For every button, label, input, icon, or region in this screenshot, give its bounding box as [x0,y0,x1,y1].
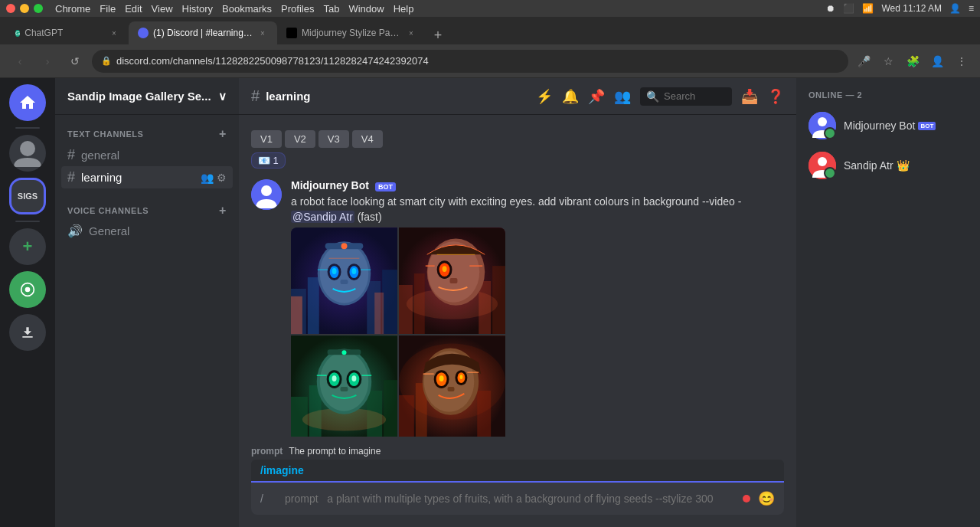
help-icon[interactable]: ❓ [767,88,784,105]
menu-file[interactable]: File [100,3,116,15]
channel-settings-icon[interactable]: ⚙ [217,172,227,184]
channel-header-hash-icon: # [251,87,260,105]
svg-rect-9 [382,270,397,334]
new-tab-button[interactable]: + [429,26,447,44]
channel-item-learning[interactable]: # learning 👥 ⚙ [61,166,233,188]
reload-button[interactable]: ↺ [64,51,86,72]
notifications-icon[interactable]: 🔔 [562,88,579,105]
channel-members-icon[interactable]: 👥 [201,172,214,184]
svg-rect-23 [341,280,348,284]
channel-item-general[interactable]: # general [61,144,233,166]
menu-bookmarks[interactable]: Bookmarks [222,3,272,15]
menu-window[interactable]: Window [348,3,384,15]
mac-menu-bar: Chrome File Edit View History Bookmarks … [0,0,980,17]
tab-mj-close[interactable]: × [406,28,416,38]
v2-button-top[interactable]: V2 [285,130,315,148]
menu-edit[interactable]: Edit [125,3,142,15]
imagine-dropdown[interactable]: /imagine [251,460,784,483]
menu-history[interactable]: History [182,3,213,15]
chatgpt-favicon: G [15,30,20,37]
discord-favicon [138,28,149,38]
mj-name-row: Midjourney Bot BOT [844,119,936,132]
url-bar[interactable]: 🔒 discord.com/channels/11282822500987781… [92,50,848,73]
tab-chatgpt-close[interactable]: × [109,28,119,38]
menu-chrome[interactable]: Chrome [55,3,90,15]
download-button[interactable] [9,314,46,351]
search-input[interactable] [664,90,726,102]
text-channels-header[interactable]: TEXT CHANNELS + [61,127,233,141]
maximize-button[interactable] [34,4,43,13]
inbox-icon[interactable]: 📥 [741,88,758,105]
channel-learning-icons: 👥 ⚙ [201,172,227,184]
back-button[interactable]: ‹ [9,51,31,72]
message-content: a robot face looking at smart city with … [291,195,784,224]
chrome-menu-icon[interactable]: ⋮ [952,52,971,70]
grid-cell-4 [399,336,505,437]
grid-cell-2 [399,227,505,334]
bookmark-star-icon[interactable]: ☆ [879,52,897,70]
message-body: Midjourney Bot BOT a robot face looking … [291,179,784,437]
crown-icon: 👑 [897,159,910,172]
add-voice-channel-icon[interactable]: + [219,204,227,218]
svg-rect-7 [308,277,319,334]
pin-icon[interactable]: 📌 [588,88,605,105]
menu-view[interactable]: View [152,3,173,15]
svg-point-72 [459,375,462,379]
v1-button-top[interactable]: V1 [251,130,282,148]
svg-point-79 [818,157,827,166]
tab-chatgpt[interactable]: G ChatGPT × [6,21,129,44]
v3-button-top[interactable]: V3 [318,130,349,148]
server-icon-avatar1[interactable] [9,135,46,172]
emoji-picker-button[interactable]: 😊 [758,490,775,507]
profile-avatar[interactable]: 👤 [928,52,946,70]
add-channel-icon[interactable]: + [219,127,227,141]
svg-point-77 [818,117,827,126]
text-channels-label: TEXT CHANNELS [67,129,143,139]
profile-icon[interactable]: 👤 [949,3,961,14]
extensions-icon[interactable]: 🧩 [903,52,922,70]
mj-user-info: Midjourney Bot BOT [844,119,936,132]
forward-button[interactable]: › [37,51,58,72]
add-server-button[interactable]: + [9,228,46,265]
tab-midjourney[interactable]: Midjourney Stylize Parameter × [277,21,426,44]
server-header[interactable]: Sandip Image Gallery Se... ∨ [55,78,239,115]
sandip-user-name: Sandip Atr [844,159,893,172]
online-user-mj[interactable]: Midjourney Bot BOT [808,109,968,142]
svg-point-13 [320,244,369,303]
menu-profiles[interactable]: Profiles [281,3,314,15]
voice-channels-header[interactable]: VOICE CHANNELS + [61,204,233,218]
menu-help[interactable]: Help [394,3,414,15]
channel-item-voice-general[interactable]: 🔊 General [61,221,233,241]
server-icon-sigs[interactable]: SIGS [9,178,46,214]
hash-icon-learning: # [67,169,75,185]
server-separator-2 [15,221,40,222]
svg-point-2 [25,287,31,293]
svg-point-69 [439,375,444,381]
tab-discord-close[interactable]: × [257,28,268,38]
svg-point-22 [351,268,356,274]
search-box[interactable]: 🔍 [640,87,732,106]
discord-home-button[interactable] [9,84,46,121]
menu-extra[interactable]: ≡ [969,3,974,14]
mj-bot-badge: BOT [918,122,936,130]
svg-point-0 [20,141,35,156]
voice-channel-name: General [89,224,129,237]
online-user-sandip[interactable]: Sandip Atr 👑 [808,149,968,182]
mic-icon[interactable]: 🎤 [854,52,873,70]
main-content: # learning ⚡ 🔔 📌 👥 🔍 📥 ❓ V1 V2 V3 [239,78,796,527]
threads-icon[interactable]: ⚡ [536,88,553,105]
emoji-reaction-top[interactable]: 📧 1 [251,152,286,169]
message-input[interactable] [251,483,784,515]
input-area: prompt The prompt to imagine /imagine / … [239,437,796,527]
mj-user-name: Midjourney Bot [844,119,915,132]
tab-discord[interactable]: (1) Discord | #learning | Sandi... × [129,21,277,44]
members-icon[interactable]: 👥 [614,88,631,105]
minimize-button[interactable] [20,4,29,13]
v4-button-top[interactable]: V4 [352,130,383,148]
explore-server-button[interactable] [9,271,46,308]
image-grid[interactable] [291,227,505,437]
bot-badge: BOT [375,182,396,191]
close-button[interactable] [6,4,15,13]
menu-tab[interactable]: Tab [323,3,339,15]
messages-area: V1 V2 V3 V4 📧 1 [239,115,796,437]
